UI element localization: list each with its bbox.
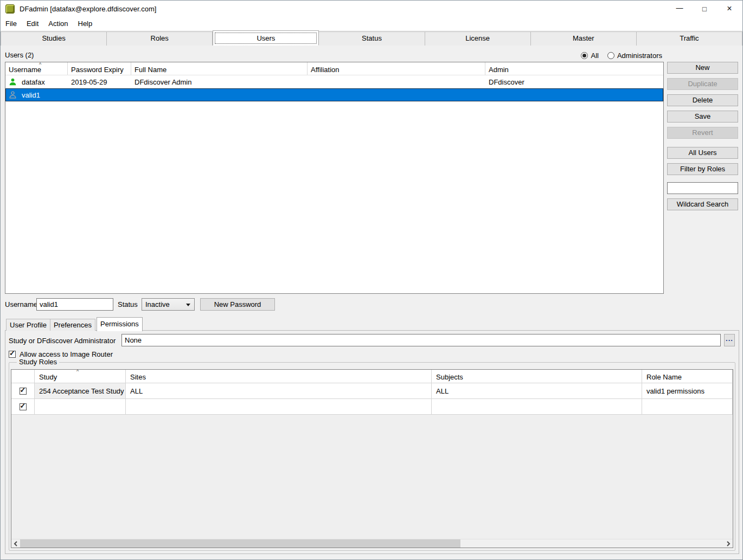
radio-all-label: All xyxy=(591,52,598,60)
user-row-datafax[interactable]: datafax 2019-05-29 DFdiscover Admin DFdi… xyxy=(5,75,663,88)
role-checkbox[interactable] xyxy=(20,388,27,395)
all-users-button[interactable]: All Users xyxy=(667,147,738,159)
radio-all[interactable]: All xyxy=(581,52,598,60)
title-bar: DFadmin [datafax@explore.dfdiscover.com]… xyxy=(1,1,742,17)
col-header-admin[interactable]: Admin xyxy=(485,62,664,75)
filter-by-roles-button[interactable]: Filter by Roles xyxy=(667,163,738,175)
close-button[interactable]: × xyxy=(717,1,742,17)
chevron-down-icon xyxy=(186,304,190,306)
col-header-username[interactable]: Username xyxy=(5,62,68,75)
radio-all-circle-icon xyxy=(581,52,588,59)
save-button[interactable]: Save xyxy=(667,111,738,123)
sort-ascending-icon: ^ xyxy=(39,62,41,67)
role-study-cell[interactable]: 254 Acceptance Test Study xyxy=(35,383,126,399)
horizontal-scrollbar[interactable] xyxy=(11,539,733,548)
main-tab-bar: Studies Roles Users Status License Maste… xyxy=(1,30,742,46)
tab-studies[interactable]: Studies xyxy=(1,31,107,46)
tab-status[interactable]: Status xyxy=(319,31,425,46)
username-text: datafax xyxy=(22,78,45,86)
username-text: valid1 xyxy=(22,91,40,99)
delete-button[interactable]: Delete xyxy=(667,94,738,106)
duplicate-button[interactable]: Duplicate xyxy=(667,78,738,90)
role-name-cell[interactable] xyxy=(642,399,733,415)
study-admin-field[interactable] xyxy=(121,334,721,346)
col-header-affiliation[interactable]: Affiliation xyxy=(308,62,485,75)
study-roles-legend: Study Roles xyxy=(17,358,59,366)
role-enabled-cell[interactable] xyxy=(11,383,35,399)
tab-user-profile[interactable]: User Profile xyxy=(6,319,50,331)
new-password-button[interactable]: New Password xyxy=(200,298,275,311)
detail-tab-bar: User Profile Preferences Permissions xyxy=(6,317,143,331)
cell-username: valid1 xyxy=(5,91,68,99)
menu-file[interactable]: File xyxy=(1,18,22,29)
status-dropdown-value: Inactive xyxy=(145,300,170,308)
users-count-label: Users (2) xyxy=(5,51,34,59)
users-table: ^ Username Password Expiry Full Name Aff… xyxy=(5,62,664,294)
tab-master[interactable]: Master xyxy=(531,31,637,46)
cell-admin: DFdiscover xyxy=(485,78,664,86)
menu-edit[interactable]: Edit xyxy=(22,18,43,29)
role-subjects-cell[interactable]: ALL xyxy=(432,383,642,399)
username-field-label: Username xyxy=(5,300,37,308)
permissions-pane: Study or DFdiscover Administrator ... Al… xyxy=(5,330,739,554)
cell-full-name: DFdiscover Admin xyxy=(131,78,308,86)
col-header-password-expiry[interactable]: Password Expiry xyxy=(68,62,131,75)
tab-traffic[interactable]: Traffic xyxy=(637,31,742,46)
tab-roles[interactable]: Roles xyxy=(107,31,213,46)
user-filter-radios: All Administrators xyxy=(581,52,662,60)
tab-users[interactable]: Users xyxy=(213,30,319,46)
status-field-label: Status xyxy=(118,300,138,308)
scroll-left-icon[interactable] xyxy=(11,539,20,548)
study-admin-label: Study or DFdiscover Administrator xyxy=(9,337,116,345)
radio-administrators-label: Administrators xyxy=(617,52,662,60)
tab-license[interactable]: License xyxy=(425,31,531,46)
browse-button[interactable]: ... xyxy=(724,334,735,346)
tab-permissions[interactable]: Permissions xyxy=(97,317,143,331)
col-header-subjects[interactable]: Subjects xyxy=(432,370,642,383)
user-active-icon xyxy=(9,78,17,86)
cell-username: datafax xyxy=(5,78,68,86)
app-icon xyxy=(5,4,15,14)
cell-password-expiry: 2019-05-29 xyxy=(68,78,131,86)
username-field[interactable] xyxy=(36,298,113,311)
scroll-right-icon[interactable] xyxy=(724,539,733,548)
window-title: DFadmin [datafax@explore.dfdiscover.com] xyxy=(20,5,156,13)
col-header-full-name[interactable]: Full Name xyxy=(131,62,308,75)
study-roles-table: ^ Study Sites Subjects Role Name 254 Acc… xyxy=(11,369,733,548)
role-enabled-cell[interactable] xyxy=(11,399,35,415)
dfadmin-window: DFadmin [datafax@explore.dfdiscover.com]… xyxy=(0,0,743,560)
image-router-checkbox[interactable] xyxy=(9,351,16,358)
minimize-button[interactable]: — xyxy=(667,1,692,17)
new-button[interactable]: New xyxy=(667,62,738,74)
col-header-enabled[interactable] xyxy=(11,370,35,383)
wildcard-search-input[interactable] xyxy=(667,182,738,194)
role-sites-cell[interactable]: ALL xyxy=(126,383,432,399)
maximize-button[interactable]: □ xyxy=(692,1,717,17)
menu-bar: File Edit Action Help xyxy=(1,17,742,30)
radio-administrators-circle-icon xyxy=(607,52,614,59)
col-header-study[interactable]: Study xyxy=(35,370,126,383)
tab-preferences[interactable]: Preferences xyxy=(50,319,95,331)
col-header-role-name[interactable]: Role Name xyxy=(642,370,733,383)
wildcard-search-button[interactable]: Wildcard Search xyxy=(667,198,738,210)
study-role-row: 254 Acceptance Test Study ALL ALL valid1… xyxy=(11,383,733,399)
image-router-row: Allow access to Image Router xyxy=(9,350,113,358)
tab-users-label: Users xyxy=(257,34,275,42)
scrollbar-thumb[interactable] xyxy=(20,539,460,548)
user-row-valid1[interactable]: valid1 xyxy=(5,88,663,101)
role-study-cell[interactable] xyxy=(35,399,126,415)
role-checkbox[interactable] xyxy=(20,403,27,410)
role-sites-cell[interactable] xyxy=(126,399,432,415)
role-name-cell[interactable]: valid1 permissions xyxy=(642,383,733,399)
menu-help[interactable]: Help xyxy=(73,18,98,29)
radio-administrators[interactable]: Administrators xyxy=(607,52,662,60)
window-controls: — □ × xyxy=(667,1,742,17)
user-inactive-icon xyxy=(9,91,17,99)
sort-ascending-icon: ^ xyxy=(76,369,79,374)
revert-button[interactable]: Revert xyxy=(667,127,738,139)
role-subjects-cell[interactable] xyxy=(432,399,642,415)
menu-action[interactable]: Action xyxy=(43,18,73,29)
col-header-sites[interactable]: Sites xyxy=(126,370,432,383)
users-table-header: ^ Username Password Expiry Full Name Aff… xyxy=(5,62,663,75)
status-dropdown[interactable]: Inactive xyxy=(142,298,195,311)
